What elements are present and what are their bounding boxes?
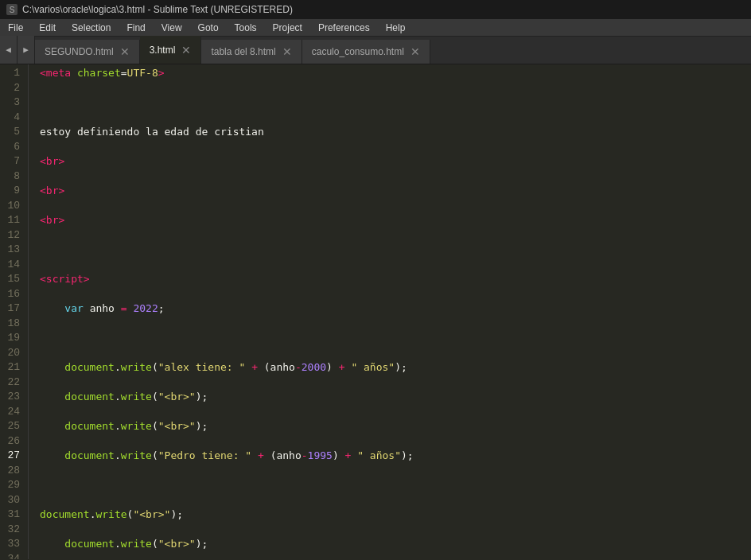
code-line-6: <br> [40, 213, 751, 228]
menu-tools[interactable]: Tools [227, 19, 265, 36]
line-numbers: 12345 678910 1112131415 1617181920 21222… [0, 64, 29, 559]
tab-segundo[interactable]: SEGUNDO.html ✕ [35, 40, 140, 64]
menu-bar: File Edit Selection Find View Goto Tools… [0, 19, 751, 37]
tab-caculo[interactable]: caculo_consumo.html ✕ [302, 40, 430, 64]
title-bar: S C:\varios\oracle\logica\3.html - Subli… [0, 0, 751, 19]
editor: 12345 678910 1112131415 1617181920 21222… [0, 64, 751, 559]
window-title: C:\varios\oracle\logica\3.html - Sublime… [22, 4, 293, 15]
menu-file[interactable]: File [0, 19, 31, 36]
tab-3html[interactable]: 3.html ✕ [140, 36, 202, 64]
code-line-12: document.write("<br>"); [40, 390, 751, 405]
tab-tabla-label: tabla del 8.html [211, 46, 275, 57]
app-icon: S [6, 4, 18, 15]
code-line-15 [40, 478, 751, 493]
tab-nav-next[interactable]: ▶ [18, 36, 35, 64]
code-line-2 [40, 95, 751, 111]
code-line-10 [40, 331, 751, 346]
menu-edit[interactable]: Edit [31, 19, 64, 36]
code-area[interactable]: <meta charset=UTF-8> estoy definiendo la… [29, 64, 751, 559]
tab-caculo-label: caculo_consumo.html [312, 46, 404, 57]
tab-tabla-close[interactable]: ✕ [282, 46, 292, 57]
menu-help[interactable]: Help [378, 19, 414, 36]
menu-project[interactable]: Project [265, 19, 310, 36]
tab-caculo-close[interactable]: ✕ [411, 46, 420, 57]
tab-tabla[interactable]: tabla del 8.html ✕ [201, 40, 302, 64]
code-line-5: <br> [40, 184, 751, 199]
menu-preferences[interactable]: Preferences [310, 19, 378, 36]
tab-segundo-label: SEGUNDO.html [45, 46, 114, 57]
tab-bar: ◀ ▶ SEGUNDO.html ✕ 3.html ✕ tabla del 8.… [0, 37, 751, 64]
code-line-17: document.write("<br>"); [40, 537, 751, 552]
code-line-16: document.write("<br>"); [40, 508, 751, 523]
tab-3html-label: 3.html [150, 45, 176, 56]
code-line-14: document.write("Pedro tiene: " + (anho-1… [40, 449, 751, 464]
menu-goto[interactable]: Goto [190, 19, 227, 36]
menu-find[interactable]: Find [119, 19, 153, 36]
tab-3html-close[interactable]: ✕ [181, 45, 191, 56]
code-line-9: var anho = 2022; [40, 301, 751, 317]
menu-view[interactable]: View [154, 19, 190, 36]
tab-segundo-close[interactable]: ✕ [120, 46, 130, 57]
code-line-4: <br> [40, 154, 751, 169]
code-line-11: document.write("alex tiene: " + (anho-20… [40, 360, 751, 375]
code-line-13: document.write("<br>"); [40, 419, 751, 434]
tab-nav-prev[interactable]: ◀ [0, 36, 18, 64]
code-line-8: <script> [40, 272, 751, 287]
code-line-7 [40, 243, 751, 258]
code-line-1: <meta charset=UTF-8> [40, 66, 751, 81]
menu-selection[interactable]: Selection [64, 19, 119, 36]
code-line-3: estoy definiendo la edad de cristian [40, 125, 751, 140]
